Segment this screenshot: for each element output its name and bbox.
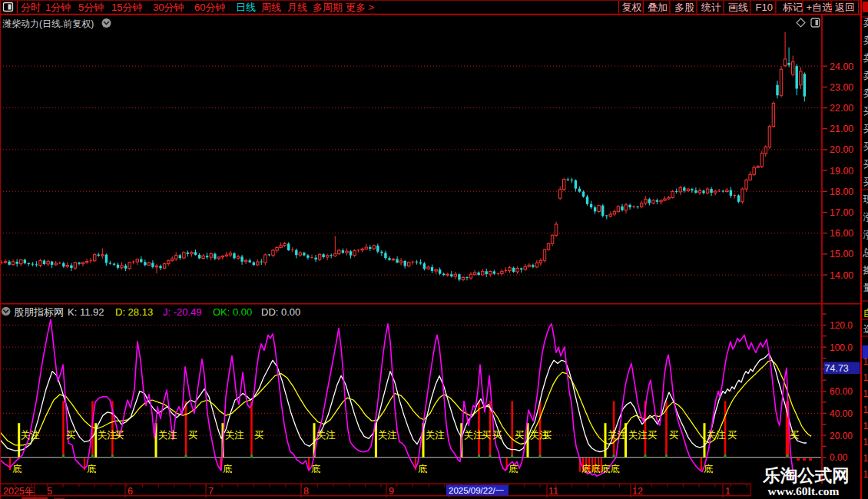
svg-text:月线: 月线 — [287, 2, 307, 13]
svg-text:2025年: 2025年 — [3, 486, 34, 497]
svg-text:量: 量 — [863, 282, 868, 293]
svg-text:1: 1 — [863, 372, 868, 383]
svg-text:关注: 关注 — [707, 430, 726, 441]
svg-text:7: 7 — [208, 486, 214, 497]
svg-text:现: 现 — [863, 193, 868, 205]
svg-text:乐淘公式网: 乐淘公式网 — [762, 466, 850, 485]
svg-text:卖: 卖 — [863, 70, 868, 81]
svg-text:买: 买 — [648, 430, 658, 441]
svg-text:买: 买 — [66, 430, 76, 441]
svg-text:24.00: 24.00 — [830, 61, 853, 72]
svg-text:底: 底 — [418, 464, 428, 474]
svg-text:1: 1 — [863, 421, 868, 431]
svg-text:分时: 分时 — [21, 2, 41, 13]
svg-text:14.00: 14.00 — [830, 270, 853, 281]
svg-text:统计: 统计 — [701, 2, 721, 13]
svg-text:底: 底 — [12, 464, 22, 474]
svg-text:关注: 关注 — [464, 430, 483, 441]
svg-text:买: 买 — [727, 430, 737, 441]
svg-text:底: 底 — [311, 464, 321, 474]
svg-text:多股: 多股 — [674, 2, 694, 13]
svg-text:2025/09/22/一: 2025/09/22/一 — [449, 486, 504, 495]
svg-text:关注: 关注 — [21, 430, 40, 441]
svg-text:关注: 关注 — [608, 430, 627, 441]
svg-text:23.00: 23.00 — [830, 82, 853, 93]
svg-text:卖: 卖 — [863, 35, 868, 46]
svg-text:周线: 周线 — [261, 2, 281, 13]
svg-text:画线: 画线 — [728, 2, 748, 13]
svg-text:关注: 关注 — [316, 430, 336, 441]
svg-text:6: 6 — [128, 486, 133, 497]
svg-text:18.00: 18.00 — [830, 187, 853, 197]
svg-text:换: 换 — [863, 264, 868, 276]
svg-text:74.73: 74.73 — [825, 363, 849, 374]
svg-text:关注: 关注 — [378, 430, 397, 441]
svg-text:1: 1 — [863, 453, 868, 464]
svg-text:1: 1 — [863, 388, 868, 399]
svg-text:买: 买 — [482, 430, 492, 441]
svg-text:60分钟: 60分钟 — [194, 2, 225, 13]
svg-text:关注: 关注 — [628, 430, 648, 441]
svg-text:22.00: 22.00 — [830, 103, 853, 114]
svg-text:买: 买 — [863, 105, 868, 117]
svg-text:买: 买 — [114, 430, 124, 441]
svg-text:买: 买 — [188, 430, 198, 441]
svg-text:底: 底 — [704, 464, 714, 474]
svg-text:卖: 卖 — [863, 17, 868, 28]
svg-text:1: 1 — [725, 486, 731, 497]
svg-text:买: 买 — [254, 430, 264, 441]
svg-text:11: 11 — [548, 486, 558, 497]
svg-text:19.00: 19.00 — [830, 166, 853, 177]
svg-text:潍柴动力(日线.前复权): 潍柴动力(日线.前复权) — [2, 18, 94, 29]
svg-text:关注: 关注 — [426, 430, 445, 441]
svg-text:15分钟: 15分钟 — [111, 2, 142, 13]
svg-text:总: 总 — [863, 246, 868, 258]
svg-text:底: 底 — [87, 464, 97, 474]
svg-text:日线: 日线 — [236, 2, 256, 13]
svg-text:21.00: 21.00 — [830, 124, 853, 134]
svg-text:卖: 卖 — [863, 52, 868, 64]
svg-text:卖: 卖 — [863, 88, 868, 99]
svg-text:15.00: 15.00 — [830, 249, 853, 259]
svg-text:更多 >: 更多 > — [346, 2, 374, 13]
svg-text:1: 1 — [863, 469, 868, 480]
svg-text:40.00: 40.00 — [830, 408, 853, 419]
svg-text:1: 1 — [863, 437, 868, 448]
svg-text:买: 买 — [790, 430, 800, 441]
svg-text:底底底底: 底底底底 — [581, 464, 620, 474]
svg-text:涨: 涨 — [863, 211, 868, 223]
svg-text:100.0: 100.0 — [830, 342, 853, 353]
svg-text:买: 买 — [515, 430, 525, 441]
svg-text:自: 自 — [863, 307, 868, 319]
svg-text:1分钟: 1分钟 — [45, 2, 71, 13]
svg-text:底: 底 — [223, 464, 233, 474]
svg-text:复权: 复权 — [622, 2, 642, 13]
svg-text:120.0: 120.0 — [830, 320, 853, 331]
svg-text:买: 买 — [542, 430, 552, 441]
svg-text:17.00: 17.00 — [830, 207, 853, 218]
svg-text:返回: 返回 — [835, 2, 855, 13]
svg-text:1: 1 — [863, 356, 868, 367]
svg-text:5分钟: 5分钟 — [78, 2, 104, 13]
svg-text:8: 8 — [303, 486, 309, 497]
svg-text:16.00: 16.00 — [830, 228, 853, 239]
svg-text:1: 1 — [863, 405, 868, 415]
svg-text:+自选: +自选 — [807, 2, 833, 13]
svg-text:F10: F10 — [756, 2, 773, 13]
svg-text:买: 买 — [863, 140, 868, 152]
svg-text:20.00: 20.00 — [830, 431, 853, 441]
svg-text:多周期: 多周期 — [313, 2, 343, 13]
svg-text:关注: 关注 — [158, 430, 177, 441]
svg-text:标记: 标记 — [783, 2, 803, 13]
svg-text:20.00: 20.00 — [830, 144, 853, 155]
svg-text:关注: 关注 — [225, 430, 244, 441]
svg-text:0.00: 0.00 — [830, 452, 848, 463]
svg-text:30分钟: 30分钟 — [153, 2, 184, 13]
svg-text:买: 买 — [863, 158, 868, 170]
svg-text:5: 5 — [47, 486, 52, 497]
svg-text:选: 选 — [863, 323, 868, 335]
svg-text:9: 9 — [389, 486, 394, 497]
svg-text:涨: 涨 — [863, 229, 868, 240]
svg-text:www.60lt.com: www.60lt.com — [768, 484, 840, 497]
svg-text:60.00: 60.00 — [830, 386, 853, 397]
